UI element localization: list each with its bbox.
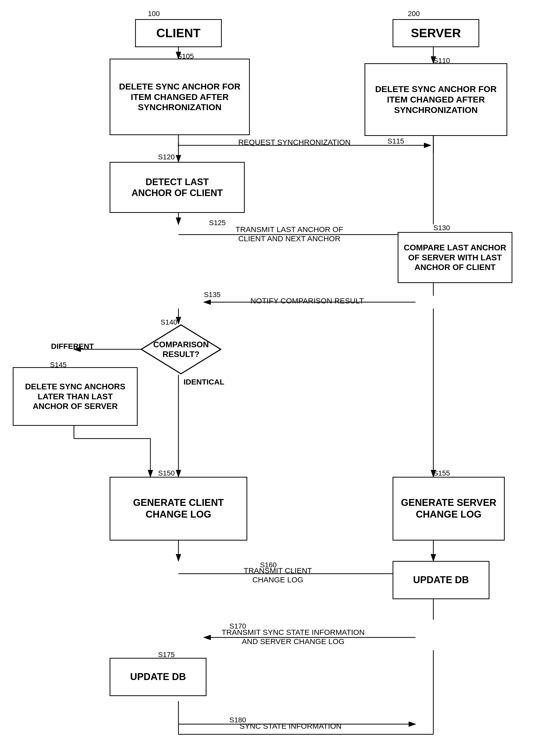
- step-s150: S150: [158, 469, 175, 477]
- sync-state-info-label: SYNC STATE INFORMATION: [201, 722, 380, 731]
- server-box: SERVER: [392, 19, 479, 47]
- detect-anchor-box: DETECT LASTANCHOR OF CLIENT: [110, 162, 245, 213]
- different-label: DIFFERENT: [51, 342, 94, 351]
- gen-client-log-box: GENERATE CLIENTCHANGE LOG: [110, 477, 247, 540]
- step-s115: S115: [387, 137, 404, 145]
- compare-anchor-box: COMPARE LAST ANCHOROF SERVER WITH LASTAN…: [398, 232, 512, 283]
- step-s120: S120: [158, 153, 175, 161]
- gen-server-log-box: GENERATE SERVERCHANGE LOG: [392, 477, 505, 540]
- client-box: CLIENT: [135, 19, 222, 47]
- transmit-client-log-label: TRANSMIT CLIENTCHANGE LOG: [201, 566, 354, 584]
- step-s130: S130: [433, 224, 450, 232]
- flowchart: 100 CLIENT 200 SERVER S105 DELETE SYNC A…: [0, 0, 558, 756]
- update-db-server-box: UPDATE DB: [392, 561, 489, 599]
- step-s155: S155: [433, 469, 450, 477]
- transmit-sync-state-label: TRANSMIT SYNC STATE INFORMATIONAND SERVE…: [188, 628, 398, 646]
- request-sync-label: REQUEST SYNCHRONIZATION: [199, 138, 390, 147]
- client-ref-label: 100: [148, 10, 160, 18]
- client-delete-sync-box: DELETE SYNC ANCHOR FORITEM CHANGED AFTER…: [110, 59, 250, 135]
- transmit-anchor-label: TRANSMIT LAST ANCHOR OFCLIENT AND NEXT A…: [194, 225, 385, 243]
- comparison-result-diamond: COMPARISON RESULT?: [140, 324, 222, 375]
- update-db-client-box: UPDATE DB: [110, 658, 206, 696]
- server-delete-sync-box: DELETE SYNC ANCHOR FORITEM CHANGED AFTER…: [364, 63, 507, 136]
- identical-label: IDENTICAL: [183, 377, 224, 386]
- notify-result-label: NOTIFY COMPARISON RESULT: [211, 296, 403, 305]
- delete-anchors-box: DELETE SYNC ANCHORSLATER THAN LASTANCHOR…: [13, 367, 138, 426]
- server-ref-label: 200: [408, 10, 420, 18]
